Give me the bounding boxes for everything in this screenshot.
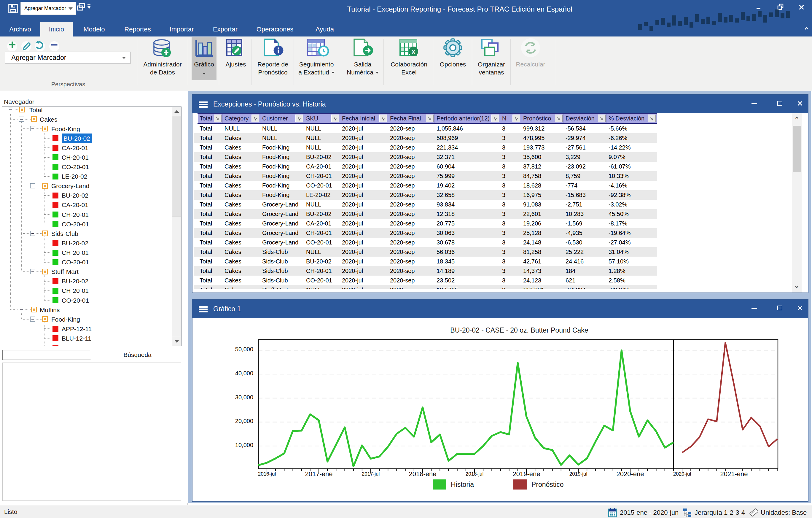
svg-text:x: x	[412, 48, 415, 55]
